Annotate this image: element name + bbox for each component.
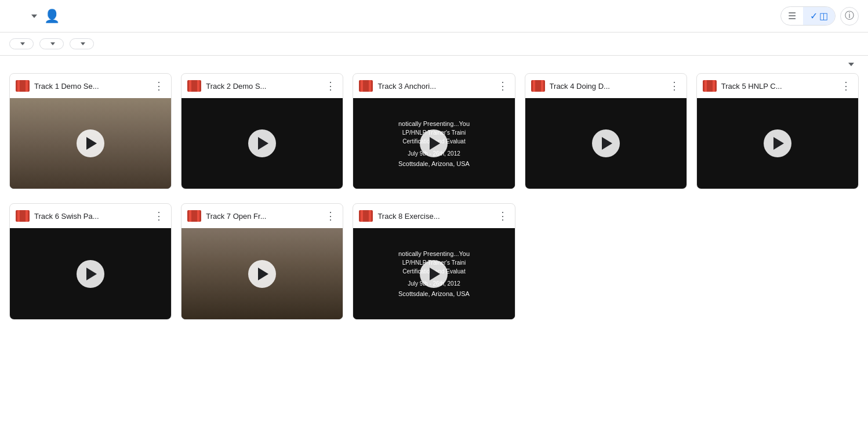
breadcrumb-current[interactable] xyxy=(28,15,37,18)
modified-filter-button[interactable] xyxy=(70,38,94,49)
video-card-v1[interactable]: Track 1 Demo Se...⋮ xyxy=(9,73,172,189)
film-icon xyxy=(703,80,717,92)
card-thumbnail xyxy=(10,228,171,319)
header: 👤 ☰ ✓ ◫ ⓘ xyxy=(0,0,868,33)
film-icon xyxy=(16,210,30,222)
card-header: Track 2 Demo S...⋮ xyxy=(181,74,343,98)
play-button[interactable] xyxy=(764,129,791,157)
list-icon: ☰ xyxy=(788,10,796,21)
sort-chevron-icon xyxy=(848,63,854,66)
card-thumbnail xyxy=(181,98,343,189)
film-icon xyxy=(531,80,545,92)
play-button[interactable] xyxy=(420,260,448,288)
card-title: Track 2 Demo S... xyxy=(206,82,319,91)
video-card-v2[interactable]: Track 2 Demo S...⋮ xyxy=(181,73,343,189)
video-card-v5[interactable]: Track 5 HNLP C...⋮ xyxy=(696,73,859,189)
play-triangle-icon xyxy=(258,137,268,150)
card-menu-button[interactable]: ⋮ xyxy=(324,78,337,93)
video-card-v7[interactable]: Track 7 Open Fr...⋮ xyxy=(181,203,343,319)
video-grid-row1: Track 1 Demo Se...⋮Track 2 Demo S...⋮Tra… xyxy=(9,73,859,203)
filter-bar xyxy=(0,33,868,56)
card-header: Track 5 HNLP C...⋮ xyxy=(697,74,858,98)
card-thumbnail xyxy=(697,98,858,189)
type-filter-chevron xyxy=(20,42,25,45)
card-thumbnail xyxy=(10,98,171,189)
card-menu-button[interactable]: ⋮ xyxy=(152,78,165,93)
type-filter-button[interactable] xyxy=(9,38,34,49)
card-menu-button[interactable]: ⋮ xyxy=(324,208,337,223)
card-title: Track 3 Anchori... xyxy=(377,82,491,91)
view-toggle: ☰ ✓ ◫ xyxy=(780,6,836,26)
people-filter-chevron xyxy=(50,42,55,45)
card-thumbnail xyxy=(181,228,343,319)
play-triangle-icon xyxy=(86,268,97,280)
video-card-v8[interactable]: Track 8 Exercise...⋮notically Presenting… xyxy=(353,203,515,319)
thumb-line-0: notically Presenting...You xyxy=(398,250,470,257)
thumb-line-4: Scottsdale, Arizona, USA xyxy=(398,160,470,167)
grid-view-button[interactable]: ✓ ◫ xyxy=(803,7,835,25)
card-header: Track 1 Demo Se...⋮ xyxy=(10,74,171,98)
film-icon xyxy=(359,80,373,92)
card-header: Track 8 Exercise...⋮ xyxy=(353,204,514,228)
header-actions: ☰ ✓ ◫ ⓘ xyxy=(780,6,859,26)
checkmark-icon: ✓ xyxy=(810,10,818,21)
card-title: Track 8 Exercise... xyxy=(377,212,491,221)
play-button[interactable] xyxy=(248,260,276,288)
card-menu-button[interactable]: ⋮ xyxy=(152,208,165,223)
play-triangle-icon xyxy=(86,137,97,150)
play-button[interactable] xyxy=(77,129,104,157)
play-triangle-icon xyxy=(430,137,440,150)
film-icon xyxy=(187,80,201,92)
card-thumbnail: notically Presenting...YouLP/HNLP Traine… xyxy=(353,98,514,189)
info-icon: ⓘ xyxy=(845,10,854,22)
thumb-line-0: notically Presenting...You xyxy=(398,120,470,127)
sort-name-button[interactable] xyxy=(845,63,854,66)
card-menu-button[interactable]: ⋮ xyxy=(496,78,509,93)
video-card-v3[interactable]: Track 3 Anchori...⋮notically Presenting.… xyxy=(353,73,515,189)
card-menu-button[interactable]: ⋮ xyxy=(668,78,681,93)
card-title: Track 4 Doing D... xyxy=(550,82,663,91)
people-filter-button[interactable] xyxy=(39,38,64,49)
play-triangle-icon xyxy=(258,268,268,280)
card-title: Track 5 HNLP C... xyxy=(721,82,835,91)
card-header: Track 4 Doing D...⋮ xyxy=(525,74,687,98)
film-icon xyxy=(359,210,373,222)
card-title: Track 1 Demo Se... xyxy=(34,82,148,91)
grid-icon: ◫ xyxy=(819,10,828,21)
card-header: Track 7 Open Fr...⋮ xyxy=(181,204,343,228)
card-header: Track 6 Swish Pa...⋮ xyxy=(10,204,171,228)
card-title: Track 6 Swish Pa... xyxy=(34,212,148,221)
modified-filter-chevron xyxy=(81,42,85,45)
film-icon xyxy=(16,80,30,92)
card-thumbnail xyxy=(525,98,687,189)
play-button[interactable] xyxy=(592,129,620,157)
card-menu-button[interactable]: ⋮ xyxy=(496,208,509,223)
card-thumbnail: notically Presenting...YouLP/HNLP Traine… xyxy=(353,228,514,319)
film-icon xyxy=(187,210,201,222)
card-menu-button[interactable]: ⋮ xyxy=(840,78,852,93)
play-button[interactable] xyxy=(248,129,276,157)
files-section: Track 1 Demo Se...⋮Track 2 Demo S...⋮Tra… xyxy=(0,56,868,320)
play-triangle-icon xyxy=(602,137,612,150)
play-button[interactable] xyxy=(77,260,104,288)
card-title: Track 7 Open Fr... xyxy=(206,212,319,221)
files-header xyxy=(9,63,859,66)
sort-area xyxy=(841,63,859,66)
video-card-v6[interactable]: Track 6 Swish Pa...⋮ xyxy=(9,203,172,319)
thumb-line-4: Scottsdale, Arizona, USA xyxy=(398,290,470,297)
card-header: Track 3 Anchori...⋮ xyxy=(353,74,514,98)
video-card-v4[interactable]: Track 4 Doing D...⋮ xyxy=(525,73,687,189)
play-triangle-icon xyxy=(773,137,784,150)
shared-with-icon[interactable]: 👤 xyxy=(44,9,60,24)
video-grid-row2: Track 6 Swish Pa...⋮Track 7 Open Fr...⋮T… xyxy=(9,203,859,319)
list-view-button[interactable]: ☰ xyxy=(781,7,803,25)
breadcrumb-dropdown-icon xyxy=(31,15,37,18)
play-triangle-icon xyxy=(430,268,440,280)
info-button[interactable]: ⓘ xyxy=(840,7,859,26)
